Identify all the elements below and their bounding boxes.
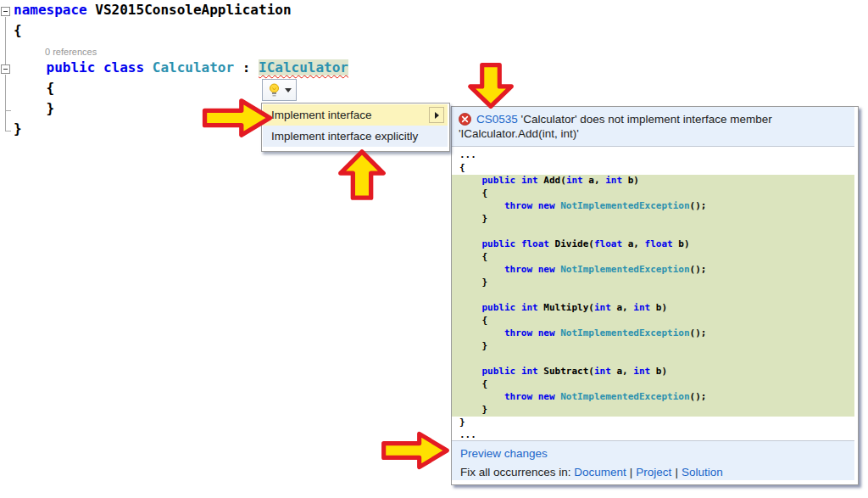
code-line: {: [452, 162, 854, 175]
fix-all-label: Fix all occurrences in:: [460, 466, 571, 478]
fold-guide-line: [5, 17, 6, 64]
code-token: }: [14, 120, 22, 137]
error-code[interactable]: CS0535: [476, 113, 518, 126]
collapse-box-namespace-icon[interactable]: [1, 7, 10, 16]
code-token: namespace: [14, 2, 87, 18]
code-token: float: [594, 238, 622, 249]
collapse-box-class-icon[interactable]: [1, 64, 10, 74]
code-token: new: [538, 391, 555, 402]
code-line: [452, 226, 854, 238]
code-token: ();: [690, 391, 707, 402]
error-header: CS0535 'Calculator' does not implement i…: [452, 107, 854, 147]
code-token: public: [482, 366, 516, 377]
code-token: {: [14, 22, 22, 38]
quickfix-preview-panel: CS0535 'Calculator' does not implement i…: [451, 106, 859, 485]
code-token: NotImplementedException: [560, 200, 689, 211]
fix-scope-document-link[interactable]: Document: [574, 466, 626, 478]
code-token: int: [521, 366, 538, 377]
code-token: {: [459, 378, 487, 389]
code-token: int: [605, 175, 622, 186]
code-token: throw: [504, 327, 532, 339]
chevron-down-icon: [285, 88, 292, 92]
code-token: [459, 200, 504, 211]
panel-footer: Preview changes Fix all occurrences in: …: [452, 440, 854, 480]
code-line: public int Subtract(int a, int b): [452, 366, 854, 378]
code-token: int: [594, 302, 611, 313]
fix-scope-solution-link[interactable]: Solution: [682, 466, 723, 478]
code-token: [515, 238, 521, 249]
menu-item-implement-interface[interactable]: Implement interface: [263, 104, 448, 126]
code-token: Subtract(: [538, 366, 594, 377]
code-token: int: [566, 175, 583, 186]
code-token: public: [47, 59, 96, 76]
fold-guide-line: [5, 75, 6, 131]
code-token: {: [459, 162, 465, 173]
code-token: [459, 366, 482, 377]
code-token: a,: [611, 366, 634, 377]
code-token: throw: [504, 200, 532, 211]
code-token: a,: [583, 175, 606, 186]
code-token: int: [594, 366, 611, 377]
code-line: ...: [452, 429, 854, 440]
code-token: [459, 238, 482, 249]
menu-item-implement-interface-explicitly[interactable]: Implement interface explicitly: [263, 126, 448, 147]
annotation-arrow-right-preview: [380, 429, 451, 472]
code-line: public int Add(int a, int b): [452, 175, 854, 187]
code-token: [515, 366, 521, 377]
code-line: public class Calculator : ICalculator: [14, 59, 348, 80]
code-token: [532, 327, 538, 339]
quick-actions-menu: Implement interface Implement interface …: [261, 103, 450, 152]
code-token: [459, 264, 504, 275]
code-token: [459, 175, 482, 186]
code-token: [144, 59, 153, 76]
code-token: NotImplementedException: [560, 327, 689, 339]
code-token: [515, 302, 521, 313]
code-line: {: [452, 187, 854, 200]
code-token: [459, 327, 504, 339]
code-line: throw new NotImplementedException();: [452, 391, 854, 404]
code-line: {: [452, 378, 854, 391]
code-token: [95, 59, 103, 76]
code-token: b): [650, 302, 667, 313]
submenu-arrow-box[interactable]: [429, 107, 444, 123]
code-line: {: [452, 251, 854, 264]
code-token: 0 references: [45, 47, 97, 57]
code-line: namespace VS2015ConsoleApplication: [14, 2, 348, 22]
code-token: }: [459, 213, 487, 224]
vs-editor-screenshot: namespace VS2015ConsoleApplication{0 ref…: [0, 0, 868, 498]
scope-separator: |: [630, 466, 633, 478]
submenu-arrow-icon: [435, 112, 439, 119]
code-token: b): [673, 238, 690, 249]
code-line: throw new NotImplementedException();: [452, 200, 854, 213]
code-token: ();: [690, 200, 707, 211]
code-token: NotImplementedException: [560, 391, 689, 402]
code-token: NotImplementedException: [560, 264, 689, 275]
code-token: float: [521, 238, 549, 249]
code-line: [452, 289, 854, 302]
code-token: int: [521, 175, 538, 186]
annotation-arrow-right-menu: [200, 97, 275, 139]
code-token: float: [645, 238, 673, 249]
preview-changes-link[interactable]: Preview changes: [460, 447, 548, 460]
code-token: ...: [459, 149, 476, 160]
codelens-references[interactable]: 0 references: [14, 42, 348, 59]
code-token: ();: [690, 264, 707, 275]
code-token: ...: [459, 429, 476, 440]
fold-end-tick: [5, 131, 11, 131]
code-token: new: [538, 200, 555, 211]
menu-item-label: Implement interface explicitly: [271, 130, 418, 143]
annotation-arrow-up-menu: [334, 148, 390, 202]
error-circle-icon: [459, 113, 471, 126]
code-token: Add(: [538, 175, 566, 186]
code-line: }: [452, 404, 854, 417]
code-token: throw: [504, 391, 532, 402]
code-line: public int Multiply(int a, int b): [452, 302, 854, 315]
code-line: }: [452, 277, 854, 289]
fix-scope-project-link[interactable]: Project: [636, 466, 671, 478]
scope-separator: |: [675, 466, 678, 478]
code-token: }: [459, 404, 487, 415]
code-token: class: [103, 59, 144, 76]
code-token: [459, 302, 482, 313]
code-token: int: [521, 302, 538, 313]
code-token: VS2015ConsoleApplication: [87, 2, 292, 18]
